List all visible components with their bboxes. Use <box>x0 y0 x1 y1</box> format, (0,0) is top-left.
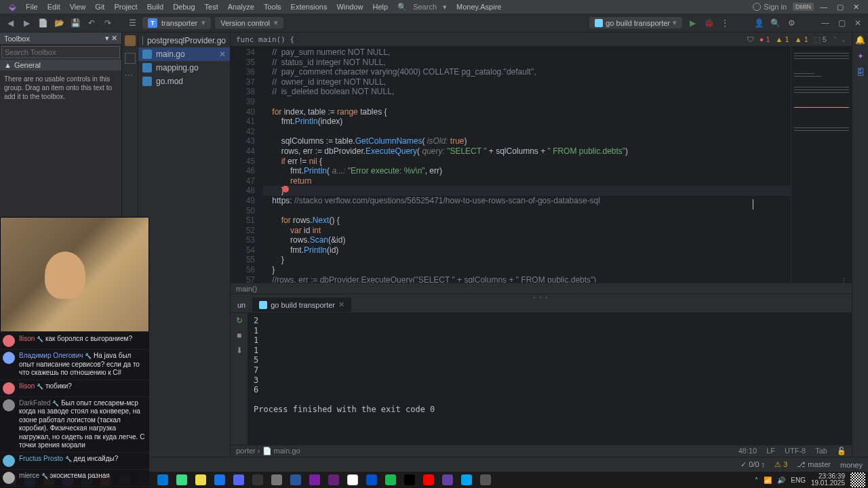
nav-fwd-icon[interactable]: ▶ <box>20 17 33 29</box>
undo-icon[interactable]: ↶ <box>85 17 98 29</box>
maximize-icon[interactable]: ▢ <box>833 3 847 12</box>
menu-tools[interactable]: Tools <box>260 3 285 11</box>
tray-lang[interactable]: ENG <box>791 476 806 484</box>
tray-chevron-icon[interactable]: ˄ <box>755 476 758 484</box>
menu-test[interactable]: Test <box>201 3 222 11</box>
file-item[interactable]: go.mod <box>138 75 230 88</box>
warnings-status[interactable]: ⚠ 3 <box>774 460 787 469</box>
run-button-icon[interactable]: ▶ <box>686 17 698 29</box>
save-icon[interactable]: 💾 <box>69 17 81 29</box>
file-item[interactable]: mapping.go <box>138 61 230 75</box>
task-app-icon[interactable] <box>155 473 171 487</box>
minimap[interactable] <box>791 46 852 283</box>
menu-file[interactable]: File <box>22 3 41 11</box>
close-tab-icon[interactable]: ✕ <box>338 300 344 309</box>
menu-project[interactable]: Project <box>111 3 140 11</box>
account-icon[interactable]: 👤 <box>753 17 765 29</box>
task-app-icon[interactable] <box>250 473 266 487</box>
task-app-icon[interactable] <box>477 473 494 487</box>
inspections-widget[interactable]: 🛡 ● 1 ▲ 1 ▲ 1 ⬚ 5 ⌃ ⌄ <box>747 35 846 44</box>
menu-help[interactable]: Help <box>370 3 392 11</box>
task-app-icon[interactable] <box>174 473 190 487</box>
rerun-icon[interactable]: ↻ <box>236 316 243 325</box>
more-run-icon[interactable]: ⋮ <box>719 17 731 29</box>
toolbox-search-input[interactable] <box>1 46 120 58</box>
debug-button-icon[interactable]: 🐞 <box>703 17 715 29</box>
open-icon[interactable]: 📂 <box>53 17 65 29</box>
task-app-icon[interactable] <box>212 473 228 487</box>
task-app-icon[interactable] <box>363 473 380 487</box>
encoding[interactable]: UTF-8 <box>785 447 806 455</box>
search-everywhere-icon[interactable]: 🔍 <box>769 17 781 29</box>
file-item[interactable]: postgresqlProvider.go <box>138 34 230 47</box>
sign-in-button[interactable]: Sign in <box>749 3 790 11</box>
task-app-icon[interactable] <box>420 473 437 487</box>
readonly-icon[interactable]: 🔓 <box>837 447 846 455</box>
vcs-widget[interactable]: Version control ▾ <box>215 17 283 28</box>
nav-hint[interactable]: main() <box>236 285 257 293</box>
task-app-icon[interactable] <box>288 473 304 487</box>
line-ending[interactable]: LF <box>766 447 775 455</box>
new-file-icon[interactable]: 📄 <box>37 17 49 29</box>
task-app-icon[interactable] <box>326 473 342 487</box>
menu-search[interactable]: 🔍 Search ▾ <box>394 3 450 12</box>
tray-volume-icon[interactable]: 🔊 <box>777 476 785 484</box>
nav-back-icon[interactable]: ◀ <box>4 17 16 29</box>
notifications-icon[interactable]: 🔔 <box>855 35 865 45</box>
menu-git[interactable]: Git <box>92 3 108 11</box>
hamburger-icon[interactable]: ☰ <box>126 17 138 29</box>
stop-icon[interactable]: ■ <box>237 331 241 340</box>
nav-breadcrumb[interactable]: porter › 📄 main.go <box>236 447 300 455</box>
menu-extensions[interactable]: Extensions <box>288 3 331 11</box>
chat-message: DarkFated 🔧 Был опыт слесарем-мср когда … <box>0 396 149 452</box>
task-app-icon[interactable] <box>231 473 247 487</box>
run-config-selector[interactable]: go build transporter ▾ <box>589 17 682 28</box>
structure-icon[interactable] <box>125 53 136 64</box>
splitter[interactable]: • • • <box>231 293 852 297</box>
toolbox-group[interactable]: ▲ General <box>0 60 121 70</box>
text-caret <box>753 199 753 209</box>
task-app-icon[interactable] <box>458 473 475 487</box>
task-app-icon[interactable] <box>307 473 323 487</box>
task-app-icon[interactable] <box>382 473 399 487</box>
ai-icon[interactable]: ✦ <box>857 52 864 61</box>
folder-icon[interactable] <box>125 35 136 46</box>
redo-icon[interactable]: ↷ <box>102 17 114 29</box>
menu-debug[interactable]: Debug <box>170 3 198 11</box>
task-app-icon[interactable] <box>344 473 361 487</box>
tests-status[interactable]: ✓ 0/0 ↕ <box>741 460 765 469</box>
close-file-icon[interactable]: ✕ <box>219 49 226 59</box>
sticky-signature: func main() { <box>236 35 294 44</box>
task-app-icon[interactable] <box>193 473 209 487</box>
task-app-icon[interactable] <box>439 473 456 487</box>
more-tools-icon[interactable]: ⋯ <box>125 70 136 81</box>
close-icon[interactable]: ✕ <box>850 3 863 12</box>
menu-analyze[interactable]: Analyze <box>224 3 258 11</box>
tray-clock[interactable]: 23:36:3919.01.2025 <box>811 473 845 487</box>
task-app-icon[interactable] <box>269 473 285 487</box>
run-tab[interactable]: go build transporter ✕ <box>252 298 351 312</box>
file-item[interactable]: main.go ✕ <box>138 47 230 61</box>
tray-wifi-icon[interactable]: 📶 <box>764 476 772 484</box>
code-editor[interactable]: 3435363738394041424344454647484950515253… <box>231 46 852 283</box>
min-icon[interactable]: — <box>819 17 831 29</box>
run-tab[interactable]: un <box>231 298 252 312</box>
menu-build[interactable]: Build <box>144 3 167 11</box>
minimize-icon[interactable]: — <box>816 3 831 11</box>
project-status[interactable]: money <box>840 461 863 469</box>
git-branch[interactable]: ⎇ master <box>797 460 831 469</box>
task-app-icon[interactable] <box>401 473 418 487</box>
menu-view[interactable]: View <box>66 3 90 11</box>
settings-icon[interactable]: ⚙ <box>785 17 797 29</box>
database-icon[interactable]: 🗄 <box>856 68 865 77</box>
project-breadcrumb[interactable]: T transporter ▾ <box>142 17 211 29</box>
project-icon: T <box>148 18 157 28</box>
run-output[interactable]: 2 1 1 1 5 7 3 6 Process finished with th… <box>248 313 852 445</box>
menu-edit[interactable]: Edit <box>44 3 64 11</box>
down-icon[interactable]: ⬇ <box>236 346 243 355</box>
max-icon[interactable]: ▢ <box>835 17 848 29</box>
indent[interactable]: Tab <box>815 447 827 455</box>
close2-icon[interactable]: ✕ <box>852 17 864 29</box>
caret-pos[interactable]: 48:10 <box>738 447 757 455</box>
menu-window[interactable]: Window <box>333 3 366 11</box>
